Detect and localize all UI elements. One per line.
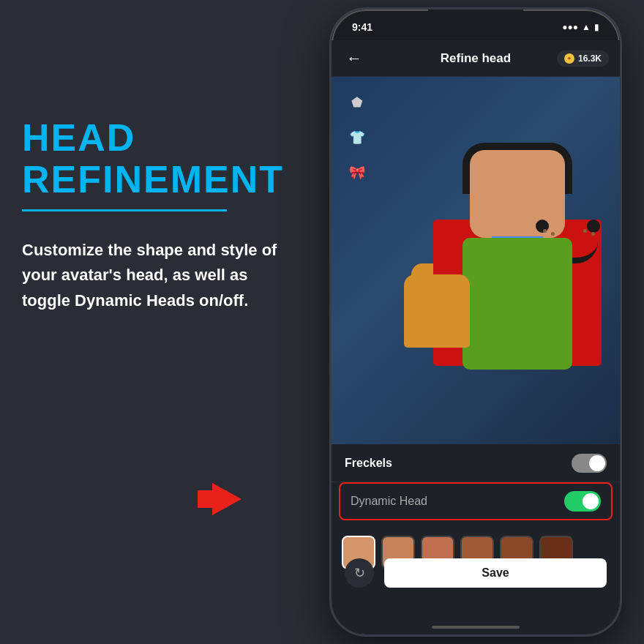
char-eye-right [587, 220, 600, 233]
wifi-icon: ▲ [582, 22, 591, 32]
avatar-character [419, 106, 609, 457]
shirt-icon[interactable]: 👕 [345, 125, 370, 150]
char-body [463, 238, 572, 370]
char-head [470, 150, 565, 238]
battery-icon: ▮ [594, 22, 599, 32]
coin-amount: 16.3K [578, 53, 602, 64]
save-row: ↻ Save [332, 554, 620, 592]
freckle-1 [543, 229, 547, 233]
dynamic-head-toggle[interactable] [564, 491, 601, 512]
head-icon[interactable]: ⬟ [345, 90, 370, 115]
save-button[interactable]: Save [384, 558, 607, 588]
arrow-container [212, 483, 242, 515]
char-dog-ear [411, 263, 433, 285]
back-button[interactable]: ← [346, 49, 362, 68]
heading-underline [22, 209, 227, 211]
phone-container: 9:41 ●●● ▲ ▮ ← Refine head ● 16.3K ⬟ 👕 🎀 [329, 7, 622, 637]
char-eye-left [536, 220, 549, 233]
freckle-2 [551, 232, 555, 236]
bottom-panel: Freckels Dynamic Head ↻ Save [332, 444, 620, 634]
status-icons: ●●● ▲ ▮ [562, 22, 599, 32]
heading-line1: HEAD [22, 117, 293, 159]
nav-title: Refine head [441, 51, 511, 66]
phone-frame: 9:41 ●●● ▲ ▮ ← Refine head ● 16.3K ⬟ 👕 🎀 [329, 7, 622, 637]
coin-badge: ● 16.3K [557, 50, 609, 67]
status-time: 9:41 [352, 21, 372, 33]
signal-icon: ●●● [562, 22, 578, 32]
freckels-row: Freckels [332, 444, 620, 482]
status-bar: 9:41 ●●● ▲ ▮ [332, 17, 620, 37]
freckle-4 [591, 232, 595, 236]
char-dog [404, 274, 470, 348]
accessory-icon[interactable]: 🎀 [345, 160, 370, 185]
home-indicator [432, 626, 520, 629]
coin-icon: ● [564, 53, 574, 64]
freckle-3 [583, 229, 587, 233]
refresh-button[interactable]: ↻ [345, 558, 374, 588]
side-icons: ⬟ 👕 🎀 [345, 90, 370, 185]
description-text: Customize the shape and style of your av… [22, 238, 293, 312]
dynamic-head-row: Dynamic Head [339, 482, 613, 520]
nav-bar: ← Refine head ● 16.3K [332, 40, 620, 77]
avatar-area [332, 77, 620, 457]
freckels-toggle[interactable] [572, 454, 607, 473]
dynamic-head-label: Dynamic Head [351, 495, 564, 508]
freckels-label: Freckels [345, 457, 572, 470]
arrow-right-icon [212, 483, 242, 515]
left-panel: HEAD REFINEMENT Customize the shape and … [22, 117, 293, 313]
heading-line2: REFINEMENT [22, 159, 293, 201]
